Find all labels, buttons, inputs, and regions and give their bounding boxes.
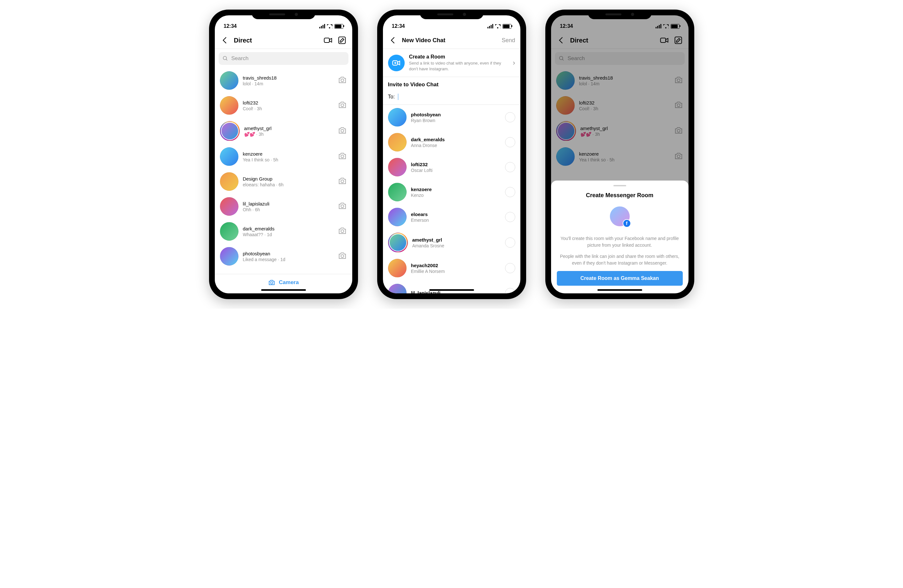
create-room-button[interactable]: Create Room as Gemma Seakan <box>557 271 683 286</box>
chat-username: amethyst_grl <box>244 126 333 131</box>
chat-row[interactable]: kenzoereYea I think so · 5h <box>215 144 352 169</box>
contact-row[interactable]: dark_emeraldsAnna Dronse <box>383 130 521 155</box>
battery-icon <box>502 24 511 29</box>
banner-title: Create a Room <box>409 54 508 60</box>
phone-create-room: 12:34 Direct Search travis_shreds18lolol… <box>545 9 694 299</box>
avatar <box>388 284 407 293</box>
avatar <box>388 183 407 201</box>
chat-row[interactable]: lil_lapislazuliOhh · 6h <box>215 194 352 219</box>
select-radio[interactable] <box>505 112 515 123</box>
chat-row[interactable]: Design Groupeloears: hahaha · 6h <box>215 169 352 194</box>
contact-row[interactable]: lil_lapislazuli <box>383 281 521 293</box>
svg-point-12 <box>341 255 344 258</box>
avatar <box>388 208 407 226</box>
chat-row[interactable]: amethyst_grl💕💕 · 3h <box>215 118 352 144</box>
banner-desc: Send a link to video chat with anyone, e… <box>409 60 508 72</box>
chat-username: Design Group <box>243 176 333 181</box>
search-placeholder: Search <box>231 55 249 62</box>
contact-fullname: Kenzo <box>411 193 500 198</box>
contact-username: lofti232 <box>411 162 500 167</box>
page-title: Direct <box>234 37 319 44</box>
chat-preview: 💕💕 · 3h <box>244 132 333 137</box>
room-link-icon <box>388 55 405 71</box>
svg-marker-1 <box>329 38 332 42</box>
back-button[interactable] <box>388 35 398 46</box>
avatar <box>220 121 240 141</box>
avatar <box>220 172 238 191</box>
contact-row[interactable]: eloearsEmerson <box>383 204 521 230</box>
avatar <box>220 247 238 266</box>
select-radio[interactable] <box>505 237 515 248</box>
chat-list[interactable]: travis_shreds18lolol · 14mlofti232Cool! … <box>215 68 352 274</box>
contact-row[interactable]: heyach2002Emillie A Norsem <box>383 256 521 281</box>
sheet-grabber[interactable] <box>614 185 626 186</box>
to-field[interactable]: To: <box>383 90 521 105</box>
status-time: 12:34 <box>392 23 405 29</box>
camera-icon[interactable] <box>338 176 347 187</box>
select-radio[interactable] <box>505 263 515 273</box>
svg-point-7 <box>341 129 344 132</box>
camera-icon[interactable] <box>338 226 347 237</box>
camera-icon[interactable] <box>338 251 347 262</box>
back-button[interactable] <box>220 35 230 46</box>
phone-direct: 12:34 Direct Search travis_shreds18lolol… <box>209 9 358 299</box>
chat-row[interactable]: travis_shreds18lolol · 14m <box>215 68 352 93</box>
chat-row[interactable]: photosbyeanLiked a message · 1d <box>215 244 352 269</box>
svg-rect-2 <box>338 37 345 44</box>
chat-username: photosbyean <box>243 251 333 256</box>
header: Direct <box>215 32 352 49</box>
select-radio[interactable] <box>505 137 515 147</box>
avatar <box>220 222 238 241</box>
contact-fullname: Amanda Srosne <box>412 243 500 248</box>
status-time: 12:34 <box>224 23 237 29</box>
send-button[interactable]: Send <box>502 37 515 44</box>
contact-username: amethyst_grl <box>412 237 500 242</box>
contact-fullname: Oscar Lofti <box>411 168 500 173</box>
chat-row[interactable]: lofti232Cool! · 3h <box>215 93 352 118</box>
contact-fullname: Anna Dronse <box>411 143 500 148</box>
select-radio[interactable] <box>505 162 515 172</box>
home-indicator[interactable] <box>261 289 306 291</box>
avatar: f <box>610 206 630 226</box>
contact-fullname: Emillie A Norsem <box>411 269 500 274</box>
svg-point-13 <box>271 282 273 284</box>
search-input[interactable]: Search <box>219 52 348 65</box>
contact-row[interactable]: kenzoereKenzo <box>383 179 521 204</box>
compose-button[interactable] <box>337 35 347 46</box>
video-call-button[interactable] <box>323 35 333 46</box>
contact-list[interactable]: photosbyeanRyan Browndark_emeraldsAnna D… <box>383 105 521 293</box>
notch <box>252 9 316 19</box>
camera-icon[interactable] <box>338 100 347 111</box>
avatar <box>388 158 407 176</box>
avatar <box>388 233 408 252</box>
wifi-icon <box>495 24 500 28</box>
svg-rect-0 <box>324 38 329 42</box>
contact-row[interactable]: amethyst_grlAmanda Srosne <box>383 230 521 256</box>
home-indicator[interactable] <box>429 289 474 291</box>
notch <box>420 9 484 19</box>
create-room-banner[interactable]: Create a Room Send a link to video chat … <box>383 49 521 77</box>
screen-create-room: 12:34 Direct Search travis_shreds18lolol… <box>551 15 689 293</box>
camera-icon[interactable] <box>338 201 347 212</box>
chat-username: dark_emeralds <box>243 226 333 231</box>
camera-icon[interactable] <box>338 126 347 137</box>
select-radio[interactable] <box>505 288 515 293</box>
text-cursor <box>398 94 399 100</box>
sheet-paragraph: People with the link can join and share … <box>557 253 683 267</box>
home-indicator[interactable] <box>598 289 642 291</box>
avatar <box>220 147 238 166</box>
avatar <box>220 96 238 115</box>
avatar <box>220 71 238 90</box>
contact-fullname: Ryan Brown <box>411 118 500 123</box>
camera-icon[interactable] <box>338 151 347 162</box>
camera-icon[interactable] <box>338 75 347 86</box>
contact-username: photosbyean <box>411 112 500 117</box>
chat-row[interactable]: dark_emeraldsWhaaat?? · 1d <box>215 219 352 244</box>
contact-row[interactable]: lofti232Oscar Lofti <box>383 155 521 179</box>
notch <box>588 9 652 19</box>
contact-row[interactable]: photosbyeanRyan Brown <box>383 105 521 130</box>
screen-direct: 12:34 Direct Search travis_shreds18lolol… <box>215 15 352 293</box>
select-radio[interactable] <box>505 187 515 197</box>
select-radio[interactable] <box>505 212 515 222</box>
chat-preview: Whaaat?? · 1d <box>243 232 333 237</box>
